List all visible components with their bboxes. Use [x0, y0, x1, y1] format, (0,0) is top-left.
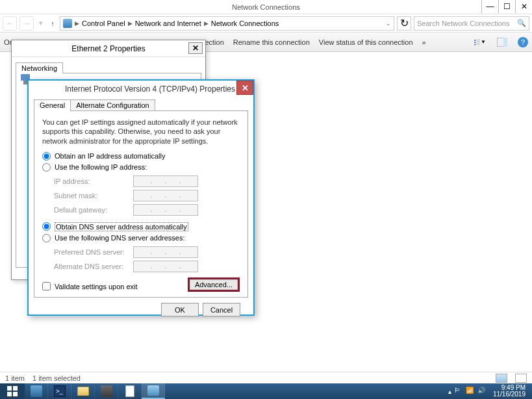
ipv4-description: You can get IP settings assigned automat…	[42, 118, 240, 146]
up-button[interactable]: ↑	[48, 16, 57, 31]
cancel-button[interactable]: Cancel	[203, 303, 240, 316]
selection-count: 1 item selected	[32, 374, 81, 382]
general-tab[interactable]: General	[34, 99, 71, 111]
ipv4-close-button[interactable]: ✕	[236, 81, 253, 95]
tray-network-icon[interactable]: 📶	[466, 387, 475, 396]
rename-button[interactable]: Rename this connection	[233, 38, 310, 46]
crumb-network-connections[interactable]: Network Connections	[211, 19, 279, 27]
svg-rect-2	[474, 42, 476, 43]
validate-label[interactable]: Validate settings upon exit	[55, 283, 138, 290]
network-connections-taskbar-icon[interactable]	[142, 383, 165, 399]
networking-tab[interactable]: Networking	[16, 62, 63, 73]
tray-flag-icon[interactable]: 🏳	[454, 387, 463, 396]
notepad-taskbar-icon[interactable]	[118, 383, 142, 399]
auto-dns-radio[interactable]	[42, 222, 51, 231]
forward-button[interactable]: →	[19, 16, 34, 31]
subnet-mask-label: Subnet mask:	[54, 192, 133, 200]
ipv4-dialog-title: Internet Protocol Version 4 (TCP/IPv4) P…	[65, 84, 235, 94]
auto-ip-label[interactable]: Obtain an IP address automatically	[55, 152, 165, 160]
chevron-right-icon: ▶	[204, 20, 209, 27]
network-icon	[63, 19, 72, 28]
svg-rect-0	[474, 40, 476, 41]
alternate-dns-input: ...	[133, 261, 198, 272]
search-placeholder: Search Network Connections	[417, 19, 509, 27]
svg-rect-10	[7, 386, 12, 391]
breadcrumb-dropdown-icon[interactable]: ⌄	[386, 20, 391, 27]
tray-up-icon[interactable]: ▴	[448, 388, 451, 395]
details-view-icon[interactable]	[496, 374, 507, 383]
svg-rect-12	[7, 392, 12, 396]
chevron-right-icon: ▶	[128, 20, 133, 27]
auto-dns-label[interactable]: Obtain DNS server address automatically	[55, 222, 188, 231]
view-status-button[interactable]: View status of this connection	[319, 38, 413, 46]
app-taskbar-icon[interactable]	[95, 383, 118, 399]
gateway-input: ...	[133, 204, 198, 216]
alternate-config-tab[interactable]: Alternate Configuration	[70, 99, 155, 111]
taskbar: >_ ▴ 🏳 📶 🔊 9:49 PM 11/16/2019	[0, 383, 532, 399]
status-bar: 1 item 1 item selected	[0, 372, 532, 383]
svg-rect-5	[477, 44, 480, 44]
gateway-label: Default gateway:	[54, 206, 133, 214]
search-icon: 🔍	[517, 19, 526, 27]
history-dropdown[interactable]: ▾	[36, 16, 45, 31]
use-ip-label[interactable]: Use the following IP address:	[55, 163, 147, 171]
alternate-dns-label: Alternate DNS server:	[54, 263, 133, 270]
view-options-button[interactable]: ▼	[474, 36, 487, 49]
close-button[interactable]: ✕	[515, 0, 532, 13]
powershell-taskbar-icon[interactable]: >_	[48, 383, 71, 399]
svg-rect-1	[477, 40, 480, 40]
server-manager-taskbar-icon[interactable]	[25, 383, 48, 399]
ipv4-properties-dialog: Internet Protocol Version 4 (TCP/IPv4) P…	[27, 79, 255, 316]
chevron-right-icon: ▶	[75, 20, 79, 27]
preview-pane-button[interactable]	[496, 36, 509, 49]
svg-rect-7	[503, 38, 507, 47]
icons-view-icon[interactable]	[515, 374, 527, 383]
refresh-button[interactable]: ↻	[397, 16, 411, 31]
more-commands[interactable]: »	[422, 38, 426, 46]
crumb-control-panel[interactable]: Control Panel	[82, 19, 125, 27]
minimize-button[interactable]: —	[481, 0, 498, 13]
item-count: 1 item	[5, 374, 25, 382]
use-dns-label[interactable]: Use the following DNS server addresses:	[55, 234, 185, 242]
ip-address-input: ...	[133, 175, 198, 187]
validate-checkbox[interactable]	[42, 282, 51, 290]
svg-rect-3	[477, 42, 480, 42]
svg-rect-11	[13, 386, 18, 391]
nav-bar: ← → ▾ ↑ ▶ Control Panel ▶ Network and In…	[0, 14, 532, 32]
advanced-button[interactable]: Advanced...	[188, 277, 240, 292]
window-titlebar: Network Connections — ☐ ✕	[0, 0, 532, 14]
ip-address-label: IP address:	[54, 177, 133, 185]
preferred-dns-label: Preferred DNS server:	[54, 248, 133, 256]
back-button[interactable]: ←	[3, 16, 17, 31]
clock-date: 11/16/2019	[493, 391, 526, 398]
subnet-mask-input: ...	[133, 190, 198, 201]
ethernet-window-title: Ethernet 2 Properties	[71, 44, 145, 53]
explorer-taskbar-icon[interactable]	[71, 383, 95, 399]
search-input[interactable]: Search Network Connections 🔍	[414, 16, 529, 31]
use-ip-radio[interactable]	[42, 163, 51, 172]
maximize-button[interactable]: ☐	[498, 0, 515, 13]
window-title: Network Connections	[232, 3, 300, 11]
preferred-dns-input: ...	[133, 246, 198, 258]
svg-rect-13	[13, 392, 18, 396]
start-button[interactable]	[0, 383, 25, 399]
svg-rect-4	[474, 44, 476, 45]
ok-button[interactable]: OK	[161, 303, 199, 316]
system-clock[interactable]: 9:49 PM 11/16/2019	[489, 385, 529, 398]
use-dns-radio[interactable]	[42, 234, 51, 242]
auto-ip-radio[interactable]	[42, 152, 51, 161]
tray-volume-icon[interactable]: 🔊	[477, 387, 487, 396]
help-button[interactable]: ?	[518, 37, 528, 47]
crumb-network-internet[interactable]: Network and Internet	[135, 19, 201, 27]
breadcrumb-bar[interactable]: ▶ Control Panel ▶ Network and Internet ▶…	[60, 16, 394, 31]
ethernet-close-button[interactable]: ✕	[188, 42, 203, 54]
